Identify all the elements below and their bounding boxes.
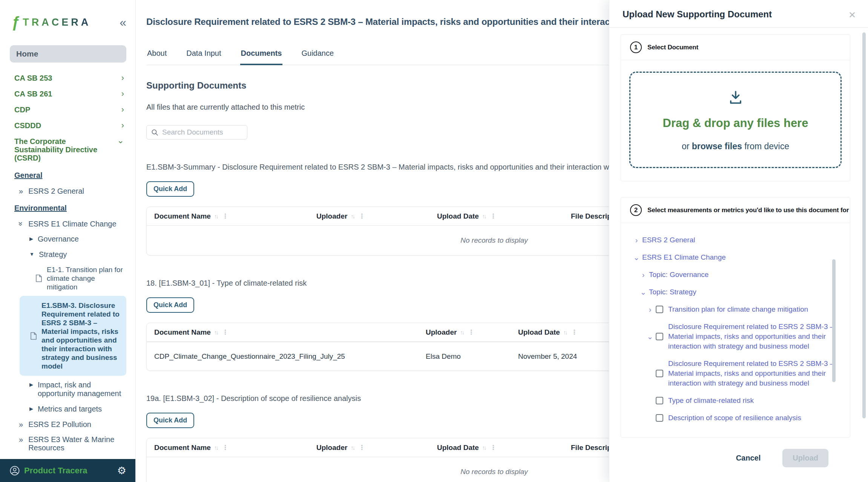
tab-data-input[interactable]: Data Input [186, 49, 222, 65]
column-menu-icon[interactable]: ⋮ [222, 328, 229, 336]
sidebar-collapse-icon[interactable]: « [120, 18, 126, 27]
column-header-upload-date[interactable]: Upload Date ↑↓ ⋮ [429, 444, 563, 452]
tree-item-label[interactable]: Disclosure Requirement related to ESRS 2… [668, 322, 835, 351]
triangle-right-icon: ▶ [29, 405, 33, 413]
checkbox[interactable] [656, 370, 663, 377]
tree-scrollbar-thumb[interactable] [832, 259, 836, 382]
sidebar-item-strategy[interactable]: ▼ Strategy [10, 247, 126, 262]
sidebar-item-csddd[interactable]: CSDDD › [10, 118, 126, 133]
sidebar-item-esrs-e2-pollution[interactable]: » ESRS E2 Pollution [10, 417, 126, 432]
tab-about[interactable]: About [146, 49, 167, 65]
column-header-document-name[interactable]: Document Name ↑↓ ⋮ [147, 444, 309, 452]
search-input[interactable] [162, 128, 242, 136]
column-header-document-name[interactable]: Document Name ↑↓ ⋮ [147, 328, 418, 337]
gear-icon[interactable]: ⚙ [117, 465, 126, 477]
column-header-document-name[interactable]: Document Name ↑↓ ⋮ [147, 212, 309, 220]
sidebar-item-impact-risk-opportunity[interactable]: ▶ Impact, risk and opportunity managemen… [10, 377, 126, 401]
checkbox[interactable] [656, 333, 663, 340]
checkbox[interactable] [656, 306, 663, 313]
sort-icon[interactable]: ↑↓ [214, 329, 218, 335]
column-header-uploader[interactable]: Uploader ↑↓ ⋮ [309, 212, 429, 220]
sidebar-item-home[interactable]: Home [10, 45, 126, 63]
sort-icon[interactable]: ↑↓ [482, 444, 486, 451]
sidebar-item-label: The Corporate Sustainability Directive (… [14, 137, 112, 162]
quick-add-button[interactable]: Quick Add [146, 181, 194, 197]
step2-label: Select measurements or metrics you'd lik… [647, 207, 849, 214]
column-header-uploader[interactable]: Uploader ↑↓ ⋮ [418, 328, 511, 337]
tree-item-description-scope-resilience[interactable]: Description of scope of resilience analy… [621, 409, 835, 427]
step2-card: 2 Select measurements or metrics you'd l… [621, 197, 850, 438]
chevron-right-icon: › [121, 106, 124, 113]
sidebar-item-esrs-e4-biodiversity[interactable]: » ESRS E4 Biodiversity and Ecosystems [10, 455, 126, 459]
user-name[interactable]: Product Tracera [24, 466, 87, 476]
tree-item-topic-governance[interactable]: › Topic: Governance [621, 266, 835, 283]
column-header-upload-date[interactable]: Upload Date ↑↓ ⋮ [511, 328, 609, 337]
column-menu-icon[interactable]: ⋮ [468, 328, 474, 336]
sidebar-item-esrs-e3-water[interactable]: » ESRS E3 Water & Marine Resources [10, 432, 126, 455]
quick-add-button[interactable]: Quick Add [146, 413, 194, 428]
tree-item-label[interactable]: ESRS 2 General [642, 235, 695, 245]
tree-item-label[interactable]: Topic: Strategy [649, 287, 696, 297]
cancel-button[interactable]: Cancel [736, 454, 761, 462]
sort-icon[interactable]: ↑↓ [482, 213, 486, 219]
tree-item-esrs-2-general[interactable]: › ESRS 2 General [621, 231, 835, 249]
quick-add-button[interactable]: Quick Add [146, 297, 194, 313]
sidebar-item-cdp[interactable]: CDP › [10, 102, 126, 118]
tree-item-transition-plan[interactable]: › Transition plan for climate change mit… [621, 301, 835, 318]
checkbox[interactable] [656, 414, 663, 422]
tab-documents[interactable]: Documents [240, 49, 283, 65]
search-box[interactable] [146, 125, 247, 139]
sidebar-item-esrs-2-general[interactable]: » ESRS 2 General [10, 184, 126, 199]
column-menu-icon[interactable]: ⋮ [490, 444, 497, 451]
column-menu-icon[interactable]: ⋮ [490, 212, 497, 220]
column-menu-icon[interactable]: ⋮ [222, 212, 229, 220]
tree-item-label[interactable]: Transition plan for climate change mitig… [668, 305, 808, 314]
tree-item-disclosure-requirement-child[interactable]: Disclosure Requirement related to ESRS 2… [621, 355, 835, 392]
chevron-right-icon[interactable]: › [631, 236, 642, 245]
panel-scrollbar-thumb[interactable] [862, 32, 866, 418]
column-header-file-description[interactable]: File Descrip [563, 444, 609, 452]
upload-button[interactable]: Upload [782, 449, 828, 467]
column-menu-icon[interactable]: ⋮ [359, 212, 365, 220]
chevron-down-icon[interactable]: ⌄ [638, 288, 649, 297]
sort-icon[interactable]: ↑↓ [214, 444, 218, 451]
column-menu-icon[interactable]: ⋮ [222, 444, 229, 451]
tree-item-topic-strategy[interactable]: ⌄ Topic: Strategy [621, 283, 835, 301]
sidebar-item-ca-sb-253[interactable]: CA SB 253 › [10, 70, 126, 86]
sort-icon[interactable]: ↑↓ [351, 444, 354, 451]
sidebar-item-e1-1-transition-plan[interactable]: E1-1. Transition plan for climate change… [10, 262, 126, 294]
close-icon[interactable]: ✕ [848, 10, 856, 20]
tree-item-label[interactable]: Disclosure Requirement related to ESRS 2… [668, 359, 835, 388]
checkbox[interactable] [656, 397, 663, 404]
tree-item-esrs-e1-climate-change[interactable]: ⌄ ESRS E1 Climate Change [621, 249, 835, 266]
tree-item-label[interactable]: Type of climate-related risk [668, 396, 754, 405]
chevron-right-icon[interactable]: › [644, 305, 656, 314]
sidebar-item-csrd[interactable]: The Corporate Sustainability Directive (… [10, 133, 126, 166]
sort-icon[interactable]: ↑↓ [460, 329, 463, 335]
sort-icon[interactable]: ↑↓ [563, 329, 567, 335]
file-dropzone[interactable]: Drag & drop any files here or browse fil… [629, 72, 842, 168]
sidebar-item-governance[interactable]: ▶ Governance [10, 231, 126, 247]
sidebar-item-ca-sb-261[interactable]: CA SB 261 › [10, 86, 126, 102]
sidebar-item-metrics-and-targets[interactable]: ▶ Metrics and targets [10, 401, 126, 417]
column-menu-icon[interactable]: ⋮ [571, 328, 578, 336]
sidebar-item-e1-sbm-3-selected[interactable]: E1.SBM-3. Disclosure Requirement related… [20, 296, 126, 376]
browse-files-link[interactable]: browse files [692, 141, 742, 151]
tree-item-label[interactable]: ESRS E1 Climate Change [642, 252, 726, 262]
table-row[interactable]: CDP_Climate_Change_Questionnaire_2023_Fi… [147, 342, 609, 370]
tree-item-disclosure-requirement-parent[interactable]: ⌄ Disclosure Requirement related to ESRS… [621, 318, 835, 355]
sort-icon[interactable]: ↑↓ [214, 213, 218, 219]
sort-icon[interactable]: ↑↓ [351, 213, 354, 219]
column-menu-icon[interactable]: ⋮ [359, 444, 365, 451]
chevron-down-icon[interactable]: ⌄ [631, 253, 642, 262]
column-header-file-description[interactable]: File Descrip [563, 212, 609, 220]
tree-item-type-of-climate-related-risk[interactable]: Type of climate-related risk [621, 392, 835, 409]
tab-guidance[interactable]: Guidance [301, 49, 334, 65]
chevron-right-icon[interactable]: › [638, 271, 649, 279]
chevron-down-icon[interactable]: ⌄ [644, 332, 656, 341]
sidebar-item-esrs-e1-climate-change[interactable]: » ESRS E1 Climate Change [10, 216, 126, 231]
tree-item-label[interactable]: Topic: Governance [649, 270, 709, 280]
tree-item-label[interactable]: Description of scope of resilience analy… [668, 413, 801, 423]
column-header-uploader[interactable]: Uploader ↑↓ ⋮ [309, 444, 429, 452]
column-header-upload-date[interactable]: Upload Date ↑↓ ⋮ [429, 212, 563, 220]
